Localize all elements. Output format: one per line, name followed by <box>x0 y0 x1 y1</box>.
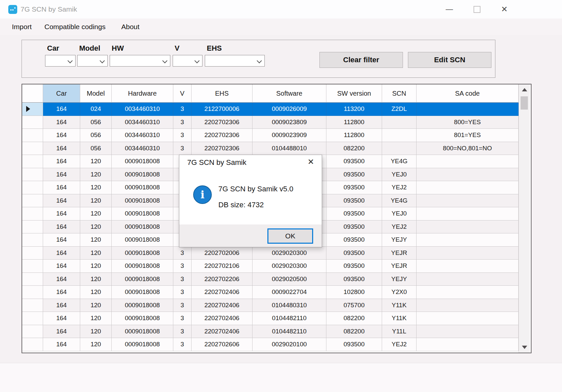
row-selector-cell[interactable] <box>22 325 43 338</box>
table-cell[interactable]: 075700 <box>326 299 382 312</box>
table-cell[interactable] <box>417 273 519 286</box>
table-cell[interactable] <box>417 194 519 208</box>
table-cell[interactable]: 0029020100 <box>253 338 326 351</box>
table-cell[interactable]: 0009018008 <box>112 325 173 338</box>
row-selector-cell[interactable] <box>22 168 43 181</box>
table-cell[interactable]: 0009018008 <box>112 181 173 194</box>
table-cell[interactable]: 164 <box>43 129 80 142</box>
table-cell[interactable]: 0029020500 <box>253 273 326 286</box>
table-cell[interactable]: 3 <box>173 247 192 260</box>
table-cell[interactable]: 164 <box>43 103 80 116</box>
table-cell[interactable] <box>382 116 417 129</box>
table-cell[interactable]: 2202702606 <box>192 338 253 351</box>
table-cell[interactable]: 120 <box>80 181 112 194</box>
table-cell[interactable]: 120 <box>80 338 112 351</box>
table-cell[interactable] <box>417 168 519 181</box>
table-cell[interactable]: 164 <box>43 299 80 312</box>
table-cell[interactable]: 0009018008 <box>112 338 173 351</box>
table-cell[interactable]: YEJ2 <box>382 181 417 194</box>
row-selector-cell[interactable] <box>22 103 43 116</box>
table-cell[interactable]: 164 <box>43 233 80 247</box>
table-cell[interactable]: 0034460310 <box>112 116 173 129</box>
table-cell[interactable]: 0009018008 <box>112 247 173 260</box>
table-cell[interactable]: 112800 <box>326 129 382 142</box>
table-cell[interactable] <box>417 181 519 194</box>
table-cell[interactable]: 024 <box>80 103 112 116</box>
table-cell[interactable] <box>417 155 519 168</box>
row-selector-cell[interactable] <box>22 286 43 299</box>
scrollbar-thumb[interactable] <box>521 96 528 110</box>
column-header-model[interactable]: Model <box>80 84 112 103</box>
table-cell[interactable]: 082200 <box>326 142 382 155</box>
dialog-close-button[interactable]: ✕ <box>305 156 316 168</box>
table-cell[interactable]: 120 <box>80 273 112 286</box>
scrollbar-up-button[interactable] <box>519 84 530 95</box>
table-cell[interactable]: 0029020300 <box>253 260 326 273</box>
table-cell[interactable]: 3 <box>173 286 192 299</box>
table-cell[interactable]: 0009018008 <box>112 312 173 325</box>
table-cell[interactable] <box>417 233 519 247</box>
row-selector-cell[interactable] <box>22 338 43 351</box>
ok-button[interactable]: OK <box>267 228 313 244</box>
table-cell[interactable]: 2122700006 <box>192 103 253 116</box>
table-cell[interactable]: 164 <box>43 260 80 273</box>
table-cell[interactable]: 113200 <box>326 103 382 116</box>
row-selector-cell[interactable] <box>22 312 43 325</box>
table-cell[interactable]: 164 <box>43 286 80 299</box>
row-selector-cell[interactable] <box>22 142 43 155</box>
table-cell[interactable]: 093500 <box>326 168 382 181</box>
ehs-filter-combobox[interactable] <box>205 55 265 67</box>
table-cell[interactable]: 120 <box>80 194 112 208</box>
row-selector-cell[interactable] <box>22 247 43 260</box>
table-cell[interactable]: 0009018008 <box>112 220 173 234</box>
table-cell[interactable]: Y11K <box>382 299 417 312</box>
table-cell[interactable]: 120 <box>80 220 112 234</box>
table-cell[interactable]: 093500 <box>326 247 382 260</box>
table-cell[interactable]: 3 <box>173 325 192 338</box>
column-header-scn[interactable]: SCN <box>382 84 417 103</box>
table-cell[interactable]: 0009022704 <box>253 286 326 299</box>
column-header-ehs[interactable]: EHS <box>192 84 253 103</box>
column-header-sw-version[interactable]: SW version <box>326 84 382 103</box>
table-cell[interactable]: 2202702406 <box>192 286 253 299</box>
table-cell[interactable]: 0009018008 <box>112 194 173 208</box>
menu-item-import[interactable]: Import <box>10 19 34 35</box>
column-header-v[interactable]: V <box>173 84 192 103</box>
table-cell[interactable] <box>417 207 519 220</box>
table-cell[interactable]: 056 <box>80 142 112 155</box>
table-cell[interactable]: 093500 <box>326 181 382 194</box>
table-cell[interactable]: 120 <box>80 207 112 220</box>
table-cell[interactable]: 0009018008 <box>112 168 173 181</box>
table-cell[interactable]: 120 <box>80 168 112 181</box>
table-cell[interactable]: 2202702106 <box>192 260 253 273</box>
table-cell[interactable] <box>417 299 519 312</box>
close-button[interactable]: ✕ <box>496 3 512 16</box>
table-cell[interactable]: YEJ0 <box>382 168 417 181</box>
table-cell[interactable]: 164 <box>43 155 80 168</box>
table-cell[interactable]: 0009018008 <box>112 299 173 312</box>
window-titlebar[interactable]: 7G SCN by Samik — ✕ <box>0 0 562 19</box>
table-cell[interactable] <box>417 247 519 260</box>
table-cell[interactable]: YE4G <box>382 194 417 208</box>
table-cell[interactable]: YEJR <box>382 247 417 260</box>
row-selector-cell[interactable] <box>22 181 43 194</box>
table-cell[interactable]: YEJY <box>382 273 417 286</box>
row-selector-cell[interactable] <box>22 233 43 247</box>
table-cell[interactable]: Y2X0 <box>382 286 417 299</box>
table-cell[interactable]: 056 <box>80 116 112 129</box>
table-cell[interactable]: 2202702306 <box>192 142 253 155</box>
table-cell[interactable]: 3 <box>173 103 192 116</box>
table-cell[interactable]: Y11L <box>382 325 417 338</box>
table-cell[interactable]: 0034460310 <box>112 129 173 142</box>
table-cell[interactable]: 093500 <box>326 220 382 234</box>
table-cell[interactable]: 0104480310 <box>253 299 326 312</box>
table-cell[interactable]: 164 <box>43 142 80 155</box>
table-cell[interactable]: 164 <box>43 325 80 338</box>
table-cell[interactable]: 164 <box>43 220 80 234</box>
table-cell[interactable]: 0009023809 <box>253 116 326 129</box>
table-cell[interactable]: YE4G <box>382 155 417 168</box>
table-cell[interactable]: 164 <box>43 168 80 181</box>
table-cell[interactable]: 0034460310 <box>112 103 173 116</box>
table-cell[interactable]: 3 <box>173 142 192 155</box>
table-cell[interactable]: 801=YES <box>417 129 519 142</box>
